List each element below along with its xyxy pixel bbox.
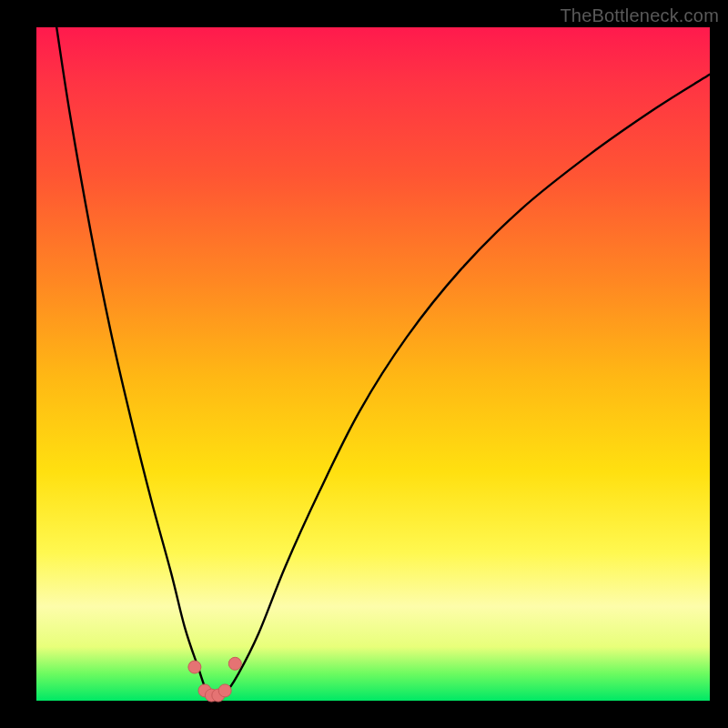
marker-point — [228, 657, 241, 670]
curve-layer — [36, 27, 710, 701]
bottleneck-curve — [56, 27, 710, 698]
chart-frame: TheBottleneck.com — [0, 0, 728, 728]
highlight-markers — [188, 657, 241, 702]
plot-area — [36, 27, 710, 701]
marker-point — [188, 661, 201, 673]
watermark-text: TheBottleneck.com — [560, 5, 719, 26]
marker-point — [218, 684, 231, 697]
